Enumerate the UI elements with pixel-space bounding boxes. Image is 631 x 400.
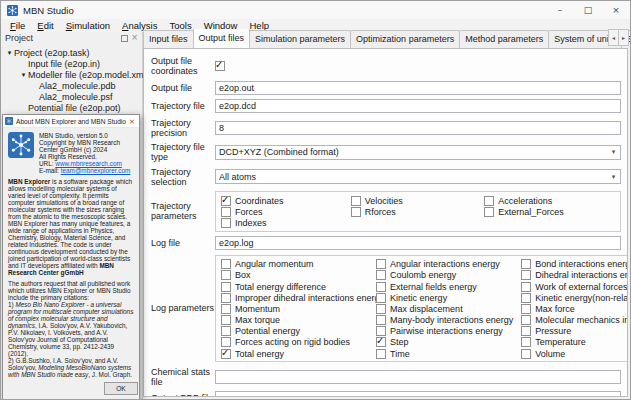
tab-scroll-right-icon[interactable]: ▸ (618, 29, 629, 46)
checkbox-rforces[interactable]: Rforces (351, 206, 485, 217)
trajectory-file-input[interactable] (215, 99, 621, 113)
checkbox-box[interactable]: Box (221, 270, 376, 281)
website-link[interactable]: www.mbnresearch.com (55, 160, 121, 167)
close-panel-icon[interactable]: × (131, 35, 138, 41)
about-description: MBN Explorer is a software package which… (8, 178, 134, 276)
checkbox-molecular-mechanics[interactable]: Molecular mechanics interactions energy (521, 315, 628, 326)
checkbox-kinetic-energy[interactable]: Kinetic energy (376, 292, 521, 303)
trajectory-selection-select[interactable]: All atoms▾ (215, 169, 621, 184)
log-file-input[interactable] (215, 236, 621, 250)
checkbox-dihedral-interactions[interactable]: Dihedral interactions energy (521, 270, 628, 281)
checkbox-volume[interactable]: Volume (521, 348, 628, 359)
checkbox-total-energy-difference[interactable]: Total energy difference (221, 281, 376, 292)
email-link[interactable]: team@mbnexplorer.com (61, 167, 131, 174)
checkbox-angular-momentum[interactable]: Angular momentum (221, 259, 376, 270)
checkbox-forces-rigid-bodies[interactable]: Forces acting on rigid bodies (221, 337, 376, 348)
selected-value: DCD+XYZ (Combined format) (219, 147, 339, 157)
tab-simulation-parameters[interactable]: Simulation parameters (249, 30, 351, 48)
tab-bar: Input files Output files Simulation para… (143, 29, 630, 48)
selected-value: All atoms (219, 172, 256, 182)
tree-item-project-task[interactable]: ▾Project (e2op.task) (1, 47, 142, 58)
project-panel-header: Project × (1, 32, 142, 44)
trajectory-precision-input[interactable] (215, 121, 621, 135)
checkbox-accelerations[interactable]: Accelerations (484, 195, 620, 206)
chevron-down-icon[interactable]: ▾ (19, 71, 28, 79)
checkbox-max-displacement[interactable]: Max displacement (376, 303, 521, 314)
field-label: Trajectory file (151, 101, 215, 111)
tree-item-ala2-psf[interactable]: Ala2_molecule.psf (1, 91, 142, 102)
checkbox-momentum[interactable]: Momentum (221, 303, 376, 314)
checkbox-temperature[interactable]: Temperature (521, 337, 628, 348)
checkbox-indexes[interactable]: Indexes (221, 217, 351, 228)
checkbox-improper-dihedral[interactable]: Improper dihedral interactions energy (221, 292, 376, 303)
trajectory-file-type-select[interactable]: DCD+XYZ (Combined format)▾ (215, 145, 621, 160)
dialog-close-icon[interactable]: × (128, 118, 136, 125)
close-button[interactable]: × (602, 1, 630, 19)
checkbox-pairwise-interactions[interactable]: Pairwise interactions energy (376, 326, 521, 337)
tree-item-modeller-file[interactable]: ▾Modeller file (e2op.model.xml) (1, 69, 142, 80)
output-file-input[interactable] (215, 81, 621, 95)
title-bar: MBN Studio – □ × (1, 1, 630, 19)
ok-button[interactable]: OK (104, 382, 138, 395)
checkbox-step[interactable]: Step (376, 337, 521, 348)
log-parameters-col2: Angular interactions energy Coulomb ener… (376, 259, 521, 360)
chevron-down-icon: ▾ (607, 148, 620, 156)
menu-file[interactable]: File (4, 20, 31, 31)
maximize-button[interactable]: □ (574, 1, 602, 19)
checkbox-many-body-interactions[interactable]: Many-body interactions energy (376, 315, 521, 326)
checkbox-icon (521, 349, 531, 359)
checkbox-time[interactable]: Time (376, 348, 521, 359)
checkbox-potential-energy[interactable]: Potential energy (221, 326, 376, 337)
tree-item-input-file[interactable]: Input file (e2op.in) (1, 58, 142, 69)
output-files-form: Output file coordinates Output file Traj… (143, 48, 628, 397)
checkbox-icon (221, 349, 231, 359)
checkbox-kinetic-nonrelativistic[interactable]: Kinetic energy(non-relativistic) (521, 292, 628, 303)
checkbox-bond-interactions[interactable]: Bond interactions energy (521, 259, 628, 270)
tree-item-ala2-pdb[interactable]: Ala2_molecule.pdb (1, 80, 142, 91)
output-file-coordinates-checkbox[interactable] (215, 60, 229, 71)
checkbox-angular-interactions[interactable]: Angular interactions energy (376, 259, 521, 270)
form-row-log-parameters: Log parameters Angular momentum Box Tota… (151, 255, 621, 363)
form-row-log-file: Log file (151, 236, 621, 250)
checkbox-total-energy[interactable]: Total energy (221, 348, 376, 359)
checkbox-pressure[interactable]: Pressure (521, 326, 628, 337)
checkbox-max-force[interactable]: Max force (521, 303, 628, 314)
checkbox-coulomb-energy[interactable]: Coulomb energy (376, 270, 521, 281)
log-parameters-group: Angular momentum Box Total energy differ… (215, 255, 628, 363)
menu-edit[interactable]: Edit (31, 20, 59, 31)
checkbox-icon (215, 61, 225, 71)
checkbox-work-external-forces[interactable]: Work of external forces (521, 281, 628, 292)
checkbox-external-forces[interactable]: External_Forces (484, 206, 620, 217)
chemical-stats-file-input[interactable] (215, 370, 621, 384)
checkbox-velocities[interactable]: Velocities (351, 195, 485, 206)
checkbox-icon (221, 282, 231, 292)
trajectory-parameters-col1: Coordinates Forces Indexes (221, 195, 351, 229)
trajectory-parameters-col2: Velocities Rforces (351, 195, 485, 229)
tab-input-files[interactable]: Input files (143, 30, 194, 48)
tree-item-potential-file[interactable]: Potential file (e2op.pot) (1, 102, 142, 113)
form-row-output-file-coordinates: Output file coordinates (151, 56, 621, 76)
checkbox-label: Pressure (535, 326, 571, 336)
checkbox-max-torque[interactable]: Max torque (221, 315, 376, 326)
tab-method-parameters[interactable]: Method parameters (459, 30, 549, 48)
about-dialog-title-bar[interactable]: About MBN Explorer and MBN Studio × (3, 115, 139, 128)
checkbox-icon (221, 207, 231, 217)
about-info-block: MBN Studio, version 5.0 Copyright by MBN… (8, 132, 134, 174)
chevron-down-icon[interactable]: ▾ (5, 49, 14, 57)
checkbox-label: Velocities (365, 196, 403, 206)
output-pdb-file-input[interactable] (215, 391, 621, 397)
tree-item-label: Potential file (e2op.pot) (28, 103, 121, 113)
float-panel-icon[interactable] (121, 35, 128, 42)
checkbox-icon (376, 337, 386, 347)
checkbox-label: Momentum (235, 304, 280, 314)
version-line: MBN Studio, version 5.0 (39, 132, 134, 139)
menu-simulation[interactable]: Simulation (60, 20, 116, 31)
checkbox-external-fields-energy[interactable]: External fields energy (376, 281, 521, 292)
checkbox-coordinates[interactable]: Coordinates (221, 195, 351, 206)
tab-output-files[interactable]: Output files (193, 29, 251, 48)
checkbox-forces[interactable]: Forces (221, 206, 351, 217)
tab-optimization-parameters[interactable]: Optimization parameters (350, 30, 460, 48)
minimize-button[interactable]: – (546, 1, 574, 19)
about-dialog-body: MBN Studio, version 5.0 Copyright by MBN… (3, 128, 139, 379)
form-row-trajectory-selection: Trajectory selection All atoms▾ (151, 167, 621, 187)
